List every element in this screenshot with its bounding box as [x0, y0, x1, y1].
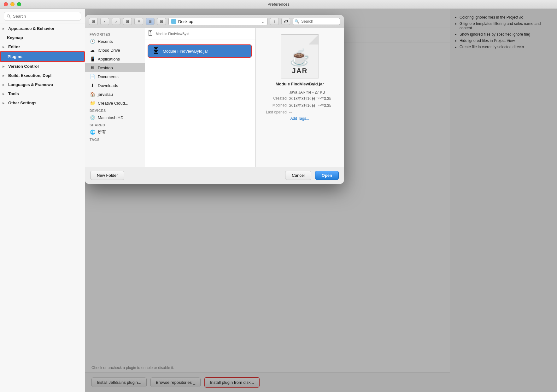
- location-chevron-icon: ⌄: [261, 19, 265, 24]
- dialog-search-container: 🔍: [293, 18, 340, 25]
- window-title: Preferences: [267, 2, 290, 7]
- new-folder-button[interactable]: New Folder: [90, 171, 124, 180]
- macintosh-hd-icon: 💿: [90, 115, 95, 120]
- preview-last-opened-label: Last opened: [261, 110, 289, 114]
- dialog-file-area: 🗄 Module FindViewById 🗄 Module FindViewB…: [145, 28, 255, 167]
- dialog-search-icon: 🔍: [295, 19, 299, 24]
- creative-cloud-icon: 📁: [90, 100, 95, 106]
- sidebar-item-desktop[interactable]: 🖥 Desktop: [85, 63, 145, 72]
- coffee-cup-icon: ☕: [290, 49, 310, 66]
- sidebar-item-creative-cloud[interactable]: 📁 Creative Cloud...: [85, 99, 145, 107]
- dialog-body: Favorites 🕐 Recents ☁ iCloud Drive 📱 App…: [85, 28, 344, 167]
- preview-created-value: 2018年3月16日 下午3:35: [289, 96, 331, 101]
- sidebar-item-keymap[interactable]: Keymap: [0, 33, 85, 42]
- preview-icon: ☕ JAR: [281, 34, 319, 78]
- close-button[interactable]: [4, 2, 8, 6]
- sidebar-item-macintosh-hd[interactable]: 💿 Macintosh HD: [85, 113, 145, 122]
- sidebar-item-version-control[interactable]: Version Control: [0, 62, 85, 71]
- sidebar-search-container: [0, 9, 85, 24]
- location-label: Desktop: [178, 19, 193, 24]
- traffic-lights: [4, 2, 21, 6]
- dialog-search-input[interactable]: [293, 18, 340, 25]
- recents-icon: 🕐: [90, 38, 95, 44]
- jar-icon-background: ☕ JAR: [281, 34, 319, 78]
- jar-file-icon: 🗄: [153, 47, 160, 55]
- selected-file-item[interactable]: 🗄 Module FindViewById.jar: [148, 44, 252, 58]
- list-view-button[interactable]: ≡: [134, 18, 143, 25]
- icon-view-button[interactable]: ⊞: [123, 18, 132, 25]
- gallery-view-button[interactable]: ⊞: [157, 18, 166, 25]
- jar-label: JAR: [292, 67, 308, 75]
- desktop-label: Desktop: [98, 66, 113, 70]
- applications-icon: 📱: [90, 56, 95, 62]
- documents-icon: 📄: [90, 74, 95, 79]
- open-button[interactable]: Open: [315, 171, 339, 180]
- preview-meta: Java JAR file - 27 KB Created 2018年3月16日…: [261, 90, 339, 121]
- downloads-icon: ⬇: [90, 83, 95, 88]
- icloud-icon: ☁: [90, 47, 95, 53]
- dialog-sidebar: Favorites 🕐 Recents ☁ iCloud Drive 📱 App…: [85, 28, 145, 167]
- forward-button[interactable]: ›: [112, 18, 120, 25]
- recents-label: Recents: [98, 39, 113, 44]
- shared-section-label: Shared: [85, 122, 145, 128]
- preview-type-value: Java JAR file - 27 KB: [289, 90, 325, 95]
- preferences-window: Appearance & Behavior Keymap Editor Plug…: [0, 9, 557, 392]
- share-button[interactable]: ↑: [270, 18, 279, 25]
- preview-filename: Module FindViewById.jar: [276, 82, 324, 86]
- jarvislau-label: jarvislau: [98, 92, 113, 97]
- cancel-button[interactable]: Cancel: [285, 171, 311, 180]
- tag-button[interactable]: 🏷: [281, 18, 290, 25]
- dialog-action-buttons: Cancel Open: [285, 171, 339, 180]
- sidebar-item-downloads[interactable]: ⬇ Downloads: [85, 81, 145, 90]
- preview-type-label-spacer: [261, 90, 289, 95]
- dialog-footer: New Folder Cancel Open: [85, 167, 344, 184]
- sidebar-item-other-settings[interactable]: Other Settings: [0, 98, 85, 107]
- downloads-label: Downloads: [98, 83, 118, 88]
- preview-modified-row: Modified 2018年3月16日 下午3:35: [261, 103, 339, 108]
- favorites-section-label: Favorites: [85, 31, 145, 37]
- sidebar-item-tools[interactable]: Tools: [0, 89, 85, 98]
- preview-modified-label: Modified: [261, 103, 289, 108]
- creative-cloud-label: Creative Cloud...: [98, 101, 128, 106]
- jarvislau-icon: 🏠: [90, 91, 95, 97]
- file-dialog: ⊞ ‹ › ⊞ ≡ ⊟ ⊞ Desktop ⌄ ↑ 🏷 🔍: [85, 15, 344, 184]
- sidebar-item-documents[interactable]: 📄 Documents: [85, 72, 145, 81]
- title-bar: Preferences: [0, 0, 557, 9]
- dialog-toolbar: ⊞ ‹ › ⊞ ≡ ⊟ ⊞ Desktop ⌄ ↑ 🏷 🔍: [85, 15, 344, 28]
- sidebar-search-input[interactable]: [4, 12, 81, 20]
- sidebar-item-editor[interactable]: Editor: [0, 42, 85, 51]
- preview-created-label: Created: [261, 96, 289, 101]
- sidebar-item-plugins[interactable]: Plugins: [0, 51, 85, 62]
- icloud-label: iCloud Drive: [98, 48, 120, 53]
- sidebar-item-build-execution[interactable]: Build, Execution, Depl: [0, 71, 85, 80]
- sidebar-item-applications[interactable]: 📱 Applications: [85, 55, 145, 63]
- dialog-preview: ☕ JAR Module FindViewById.jar Java JAR f…: [255, 28, 344, 167]
- all-icon: 🌐: [90, 129, 95, 135]
- preview-modified-value: 2018年3月16日 下午3:35: [289, 103, 331, 108]
- minimize-button[interactable]: [10, 2, 15, 6]
- preview-last-opened-value: --: [289, 110, 292, 114]
- applications-label: Applications: [98, 57, 120, 61]
- sidebar-toggle-button[interactable]: ⊞: [89, 18, 98, 25]
- sidebar-item-icloud[interactable]: ☁ iCloud Drive: [85, 46, 145, 55]
- main-content: Database Navigator ✓ EditorConfig ✓ Find…: [85, 9, 557, 392]
- partial-file-name: Module FindViewById: [156, 32, 189, 36]
- preview-created-row: Created 2018年3月16日 下午3:35: [261, 96, 339, 101]
- sidebar-item-all[interactable]: 🌐 所有...: [85, 128, 145, 136]
- all-label: 所有...: [98, 129, 109, 135]
- location-folder-icon: [171, 19, 176, 24]
- back-button[interactable]: ‹: [100, 18, 109, 25]
- sidebar-item-languages[interactable]: Languages & Framewo: [0, 80, 85, 89]
- maximize-button[interactable]: [17, 2, 21, 6]
- partial-file-icon: 🗄: [148, 30, 153, 37]
- sidebar-item-appearance[interactable]: Appearance & Behavior: [0, 24, 85, 33]
- selected-file-name: Module FindViewById.jar: [163, 49, 208, 54]
- desktop-icon: 🖥: [90, 65, 95, 71]
- sidebar-item-recents[interactable]: 🕐 Recents: [85, 37, 145, 46]
- column-view-button[interactable]: ⊟: [146, 18, 155, 25]
- add-tags-link[interactable]: Add Tags...: [290, 116, 309, 121]
- macintosh-hd-label: Macintosh HD: [98, 115, 124, 120]
- partial-file: 🗄 Module FindViewById: [145, 28, 255, 39]
- file-items-container: 🗄 Module FindViewById.jar: [145, 42, 255, 60]
- sidebar-item-jarvislau[interactable]: 🏠 jarvislau: [85, 90, 145, 99]
